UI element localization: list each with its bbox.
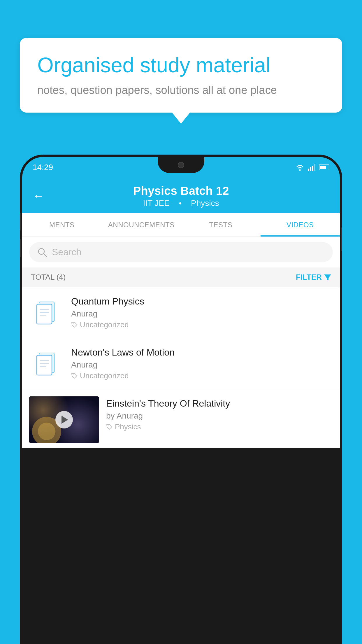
video-list: Quantum Physics Anurag Uncategorized — [22, 287, 340, 448]
video-title: Quantum Physics — [71, 296, 333, 307]
svg-rect-15 — [37, 355, 52, 375]
svg-line-6 — [44, 254, 47, 257]
speech-bubble-container: Organised study material notes, question… — [20, 38, 342, 113]
list-item[interactable]: Newton's Laws of Motion Anurag Uncategor… — [22, 338, 340, 389]
file-icon-container — [29, 349, 64, 378]
total-count: TOTAL (4) — [31, 273, 66, 282]
video-author: by Anurag — [106, 411, 333, 421]
video-info: Quantum Physics Anurag Uncategorized — [71, 296, 333, 329]
svg-rect-1 — [308, 169, 309, 171]
filter-bar: TOTAL (4) FILTER — [22, 267, 340, 287]
volume-up-button — [20, 213, 21, 230]
tab-tests[interactable]: TESTS — [181, 213, 261, 237]
file-icon — [35, 300, 58, 326]
status-time: 14:29 — [33, 163, 53, 172]
notch — [158, 157, 204, 173]
subtitle-sep: • — [179, 199, 182, 208]
svg-point-0 — [299, 169, 301, 171]
video-tag: Physics — [106, 422, 333, 431]
play-triangle — [61, 416, 68, 424]
tab-videos[interactable]: VIDEOS — [261, 213, 340, 237]
phone-frame: 14:29 — [20, 155, 342, 644]
tab-ments[interactable]: MENTS — [22, 213, 102, 237]
volume-down-button — [20, 239, 21, 257]
video-info: Newton's Laws of Motion Anurag Uncategor… — [71, 347, 333, 380]
svg-rect-3 — [312, 166, 313, 171]
tag-icon — [106, 424, 113, 430]
tag-icon — [71, 373, 78, 379]
filter-label: FILTER — [296, 273, 322, 282]
search-container: Search — [22, 237, 340, 267]
speech-bubble-heading: Organised study material — [37, 52, 325, 78]
video-tag: Uncategorized — [71, 371, 333, 380]
signal-icon — [308, 164, 316, 171]
back-button[interactable]: ← — [33, 189, 44, 202]
search-icon — [37, 247, 47, 257]
filter-icon — [324, 274, 331, 280]
svg-rect-2 — [310, 167, 311, 171]
svg-marker-7 — [324, 274, 331, 280]
file-icon — [35, 351, 58, 377]
video-title: Einstein's Theory Of Relativity — [106, 398, 333, 409]
video-info: Einstein's Theory Of Relativity by Anura… — [106, 396, 333, 431]
subtitle-physics: Physics — [191, 199, 219, 208]
power-button — [341, 228, 342, 251]
filter-button[interactable]: FILTER — [296, 273, 331, 282]
video-author: Anurag — [71, 309, 333, 318]
svg-point-22 — [108, 425, 109, 426]
phone-screen: 14:29 — [22, 157, 340, 644]
svg-point-5 — [38, 249, 44, 254]
list-item[interactable]: Quantum Physics Anurag Uncategorized — [22, 287, 340, 338]
file-icon-container — [29, 298, 64, 327]
video-title: Newton's Laws of Motion — [71, 347, 333, 358]
svg-rect-9 — [37, 304, 52, 324]
video-author: Anurag — [71, 360, 333, 370]
video-tag: Uncategorized — [71, 320, 333, 329]
subtitle-iit: IIT JEE — [143, 199, 169, 208]
play-button[interactable] — [55, 411, 73, 428]
tab-announcements[interactable]: ANNOUNCEMENTS — [102, 213, 181, 237]
camera — [178, 162, 184, 168]
tag-icon — [71, 322, 78, 328]
video-thumbnail — [29, 396, 99, 443]
speech-bubble: Organised study material notes, question… — [20, 38, 342, 113]
batch-subtitle: IIT JEE • Physics — [139, 199, 222, 208]
search-placeholder: Search — [52, 247, 81, 258]
battery-icon — [319, 164, 329, 170]
svg-rect-4 — [314, 164, 315, 171]
wifi-icon — [295, 164, 305, 171]
svg-point-21 — [38, 423, 55, 440]
svg-point-13 — [73, 323, 74, 324]
speech-bubble-subtext: notes, question papers, solutions all at… — [37, 84, 325, 97]
search-bar[interactable]: Search — [29, 242, 333, 262]
list-item[interactable]: Einstein's Theory Of Relativity by Anura… — [22, 389, 340, 448]
app-header: ← Physics Batch 12 IIT JEE • Physics — [22, 178, 340, 213]
batch-title: Physics Batch 12 — [133, 184, 229, 197]
tabs-bar: MENTS ANNOUNCEMENTS TESTS VIDEOS — [22, 213, 340, 237]
status-bar: 14:29 — [22, 157, 340, 178]
status-icons — [295, 164, 329, 171]
svg-point-19 — [73, 374, 74, 375]
